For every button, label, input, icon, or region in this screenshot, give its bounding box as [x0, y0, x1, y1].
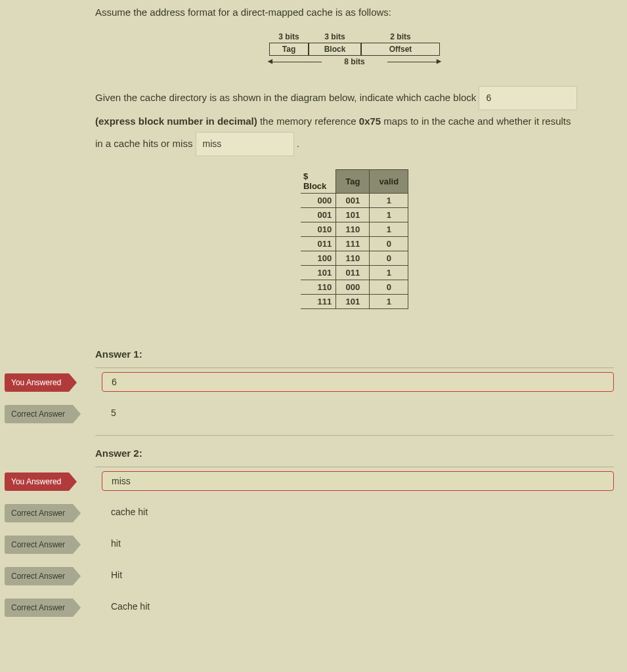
- address-format-diagram: 3 bits 3 bits 2 bits Tag Block Offset 8 …: [269, 31, 440, 66]
- correct-answer-badge: Correct Answer: [5, 536, 73, 554]
- bits-block: 3 bits: [309, 31, 361, 43]
- answer-2-correct: hit: [111, 534, 614, 553]
- bits-tag: 3 bits: [269, 31, 309, 43]
- answer-2-correct: Cache hit: [111, 597, 614, 616]
- bits-offset: 2 bits: [361, 31, 440, 43]
- you-answered-badge: You Answered: [5, 472, 69, 491]
- correct-answer-badge: Correct Answer: [5, 598, 73, 617]
- table-row: 0101101: [301, 222, 408, 237]
- correct-answer-badge: Correct Answer: [5, 567, 73, 585]
- answer-1-label: Answer 1:: [95, 348, 614, 360]
- table-row: 0011011: [301, 208, 408, 222]
- label-offset: Offset: [361, 43, 440, 56]
- table-row: 0111110: [301, 237, 408, 251]
- table-row: 1001100: [301, 251, 408, 266]
- answer-1-correct: 5: [111, 404, 614, 422]
- blank-hit-miss[interactable]: miss: [196, 132, 294, 156]
- intro-text: Assume the address format for a direct-m…: [95, 7, 614, 18]
- table-row: 0000011: [301, 194, 408, 208]
- correct-answer-badge: Correct Answer: [5, 405, 73, 423]
- label-tag: Tag: [269, 43, 309, 56]
- cache-directory-table: $ Block Tag valid 0000011001101101011010…: [301, 169, 408, 310]
- table-row: 1100000: [301, 280, 408, 295]
- th-tag: Tag: [336, 169, 370, 194]
- blank-block-number[interactable]: 6: [479, 86, 577, 110]
- answer-2-correct: cache hit: [111, 503, 614, 521]
- label-block: Block: [309, 43, 361, 56]
- th-sblock: $ Block: [301, 169, 336, 194]
- you-answered-badge: You Answered: [5, 373, 69, 392]
- total-bits: 8 bits: [269, 57, 440, 66]
- table-row: 1111011: [301, 295, 408, 309]
- answer-2-correct: Hit: [111, 566, 614, 584]
- table-row: 1010111: [301, 266, 408, 280]
- answer-1-user: 6: [102, 372, 614, 392]
- answer-2-user: miss: [102, 471, 614, 491]
- question-paragraph: Given the cache directory is as shown in…: [95, 86, 614, 156]
- th-valid: valid: [370, 169, 408, 194]
- correct-answer-badge: Correct Answer: [5, 504, 73, 522]
- answer-2-label: Answer 2:: [95, 448, 614, 459]
